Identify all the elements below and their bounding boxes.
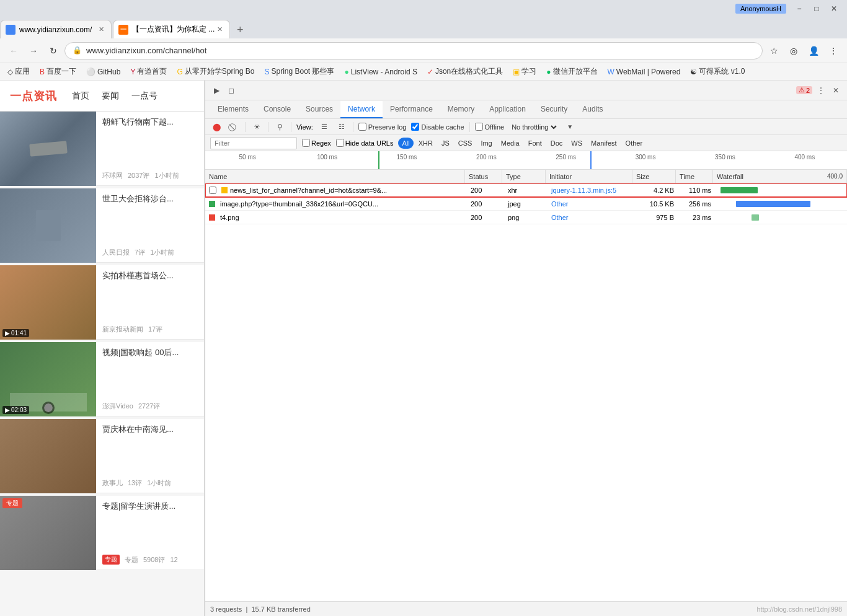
- disable-cache-label[interactable]: Disable cache: [411, 123, 464, 131]
- offline-checkbox[interactable]: [475, 123, 483, 131]
- filter-type-ws[interactable]: WS: [567, 138, 586, 149]
- bookmark-youdao[interactable]: Y 有道首页: [128, 65, 169, 78]
- video-badge-3: ▶ 01:41: [2, 329, 29, 337]
- bookmark-spring1[interactable]: G 从零开始学Spring Bo: [174, 65, 257, 78]
- filter-type-doc[interactable]: Doc: [547, 138, 567, 149]
- filter-type-img[interactable]: Img: [477, 138, 495, 149]
- devtools-more-button[interactable]: ⋮: [815, 84, 827, 97]
- regex-label[interactable]: Regex: [302, 139, 331, 147]
- nav-news[interactable]: 要闻: [102, 90, 119, 102]
- bookmark-json[interactable]: ✓ Json在线格式化工具: [425, 65, 505, 78]
- throttle-select[interactable]: No throttling: [509, 123, 559, 131]
- user-button[interactable]: 👤: [805, 42, 822, 59]
- news-content-5: 贾庆林在中南海见... 政事儿 13评 1小时前: [96, 419, 204, 493]
- bookmark-button[interactable]: ☆: [765, 42, 783, 59]
- news-time-5: 1小时前: [147, 478, 171, 488]
- bookmark-learn[interactable]: ▣ 学习: [510, 65, 539, 78]
- maximize-button[interactable]: □: [809, 2, 825, 15]
- preserve-log-checkbox[interactable]: [358, 123, 366, 131]
- bookmark-listview[interactable]: ● ListView - Android S: [342, 66, 420, 77]
- nav-yidian[interactable]: 一点号: [131, 90, 157, 102]
- throttle-down-button[interactable]: ▼: [564, 121, 576, 133]
- address-bar[interactable]: 🔒 www.yidianzixun.com/channel/hot: [64, 42, 763, 59]
- tab-security[interactable]: Security: [533, 101, 575, 118]
- filter-type-js[interactable]: JS: [438, 138, 453, 149]
- bookmark-apps[interactable]: ◇ 应用: [5, 65, 32, 78]
- filter-type-media[interactable]: Media: [497, 138, 523, 149]
- back-button[interactable]: ←: [5, 42, 22, 59]
- filter-type-css[interactable]: CSS: [455, 138, 476, 149]
- row-checkbox-1[interactable]: [209, 187, 216, 194]
- forward-button[interactable]: →: [25, 42, 42, 59]
- tab-console[interactable]: Console: [256, 101, 298, 118]
- table-row-3[interactable]: t4.png 200 png Other 975 B 23 ms: [205, 211, 847, 224]
- view-list-button[interactable]: ☰: [318, 121, 330, 133]
- th-type[interactable]: Type: [502, 170, 546, 183]
- th-initiator[interactable]: Initiator: [546, 170, 632, 183]
- bookmark-spring2[interactable]: S Spring Boot 那些事: [262, 65, 337, 78]
- offline-label[interactable]: Offline: [475, 123, 505, 131]
- news-source-5: 政事儿: [102, 478, 123, 488]
- clear-button[interactable]: ⃠: [228, 121, 240, 133]
- table-row-2[interactable]: image.php?type=thumbnail_336x216&url=0GQ…: [205, 197, 847, 211]
- view-large-button[interactable]: ☷: [335, 121, 348, 133]
- filter-toggle-button[interactable]: ⚲: [273, 121, 286, 133]
- th-name[interactable]: Name: [205, 170, 465, 183]
- bookmark-webmail[interactable]: W WebMail | Powered: [605, 66, 683, 77]
- menu-button[interactable]: ⋮: [825, 42, 842, 59]
- refresh-button[interactable]: ↻: [45, 42, 62, 59]
- news-item-3[interactable]: ▶ 01:41 实拍朴槿惠首场公... 新京报动新闻 17评: [0, 265, 204, 340]
- tab-sources[interactable]: Sources: [298, 101, 340, 118]
- bookmark-baidu-label: 百度一下: [47, 66, 76, 77]
- table-row-1[interactable]: news_list_for_channel?channel_id=hot&cst…: [205, 183, 847, 197]
- tab-performance[interactable]: Performance: [383, 101, 440, 118]
- inspect-element-button[interactable]: ▶: [210, 84, 223, 97]
- record-button[interactable]: ⬤: [210, 121, 223, 133]
- bookmark-github[interactable]: ⚪ GitHub: [84, 66, 123, 77]
- tab-memory[interactable]: Memory: [440, 101, 482, 118]
- bookmark-wechat[interactable]: ● 微信开放平台: [544, 65, 600, 78]
- th-status[interactable]: Status: [465, 170, 502, 183]
- tab-audits[interactable]: Audits: [575, 101, 610, 118]
- news-item-5[interactable]: 贾庆林在中南海见... 政事儿 13评 1小时前: [0, 419, 204, 493]
- tab-1[interactable]: www.yidianzixun.com/ ✕: [0, 20, 112, 38]
- tab2-close-button[interactable]: ✕: [215, 25, 224, 35]
- tab-2[interactable]: 一 【一点资讯】为你私定 ... ✕: [113, 20, 230, 38]
- new-tab-button[interactable]: +: [231, 21, 249, 38]
- tab-elements[interactable]: Elements: [210, 101, 256, 118]
- filter-type-font[interactable]: Font: [525, 138, 546, 149]
- hide-data-urls-checkbox[interactable]: [336, 139, 344, 147]
- disable-cache-checkbox[interactable]: [411, 123, 419, 131]
- filter-type-xhr[interactable]: XHR: [415, 138, 437, 149]
- network-table: Name Status Type Initiator Size Time Wat…: [205, 170, 847, 385]
- minimize-button[interactable]: −: [791, 2, 807, 15]
- extension-button[interactable]: ◎: [785, 42, 802, 59]
- bookmark-kede[interactable]: ☯ 可得系统 v1.0: [688, 65, 747, 78]
- filter-input[interactable]: [210, 137, 297, 149]
- nav-home[interactable]: 首页: [72, 90, 89, 102]
- close-button[interactable]: ✕: [826, 2, 842, 15]
- device-toolbar-button[interactable]: ◻: [225, 84, 237, 97]
- preserve-log-label[interactable]: Preserve log: [358, 123, 407, 131]
- tab-network[interactable]: Network: [340, 101, 383, 118]
- regex-checkbox[interactable]: [302, 139, 310, 147]
- timeline-label-5: 300 ms: [606, 154, 685, 161]
- news-item-4[interactable]: ▶ 02:03 视频|国歌响起 00后... 澎湃Video: [0, 342, 204, 416]
- filter-type-other[interactable]: Other: [622, 138, 647, 149]
- news-item-6[interactable]: 专题 专题|留学生演讲质... 专题 专题 5908评 12: [0, 496, 204, 570]
- news-item-2[interactable]: 世卫大会拒将涉台... 人民日报 7评 1小时前: [0, 188, 204, 263]
- th-waterfall[interactable]: Waterfall 400.0: [713, 170, 847, 183]
- tab-application[interactable]: Application: [482, 101, 533, 118]
- tab1-close-button[interactable]: ✕: [96, 25, 106, 35]
- screenshot-button[interactable]: ☀: [251, 121, 263, 133]
- devtools-close-button[interactable]: ✕: [830, 84, 842, 97]
- th-size[interactable]: Size: [632, 170, 676, 183]
- filter-type-all[interactable]: All: [398, 138, 413, 149]
- bookmark-baidu[interactable]: B 百度一下: [37, 65, 79, 78]
- timeline-label-3: 200 ms: [446, 154, 526, 161]
- filter-type-manifest[interactable]: Manifest: [587, 138, 621, 149]
- news-item-1[interactable]: 朝鲜飞行物南下越... 环球网 2037评 1小时前: [0, 112, 204, 186]
- hide-data-urls-label[interactable]: Hide data URLs: [336, 139, 394, 147]
- td-initiator-1[interactable]: jquery-1.11.3.min.js:5: [548, 183, 634, 196]
- th-time[interactable]: Time: [676, 170, 713, 183]
